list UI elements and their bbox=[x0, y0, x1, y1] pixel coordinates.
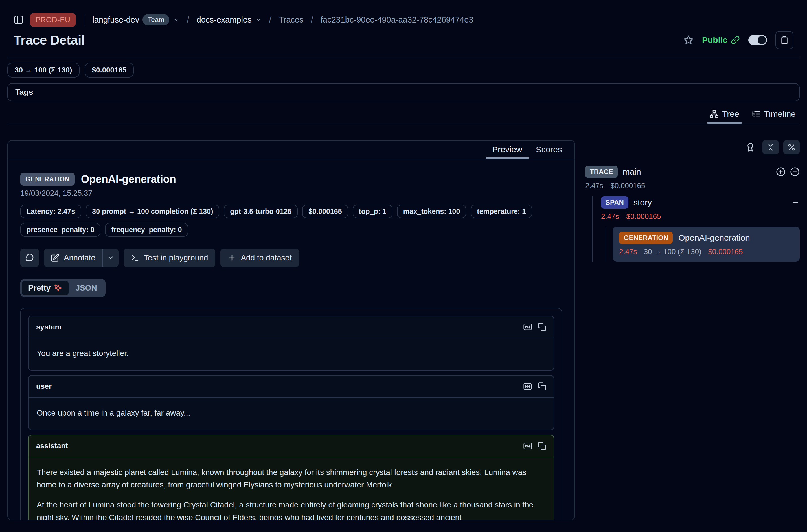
observation-timestamp: 19/03/2024, 15:25:37 bbox=[20, 189, 562, 198]
trace-cost: $0.000165 bbox=[611, 182, 645, 190]
copy-button[interactable] bbox=[538, 323, 546, 331]
top-p-pill: top_p: 1 bbox=[353, 205, 393, 218]
star-icon bbox=[683, 35, 694, 45]
generation-cost: $0.000165 bbox=[708, 247, 743, 256]
observation-title: OpenAI-generation bbox=[81, 173, 176, 185]
environment-badge[interactable]: PROD-EU bbox=[30, 13, 76, 27]
copy-button[interactable] bbox=[538, 382, 546, 391]
breadcrumb-org[interactable]: langfuse-dev bbox=[92, 15, 139, 24]
copy-icon bbox=[538, 382, 546, 391]
annotate-split-button: Annotate bbox=[44, 248, 118, 267]
message-assistant: assistant bbox=[28, 435, 554, 520]
collapse-node-button[interactable] bbox=[791, 198, 800, 207]
add-to-dataset-button[interactable]: Add to dataset bbox=[220, 248, 299, 267]
view-tabs: Tree Timeline bbox=[7, 109, 800, 125]
panel-tabs: Preview Scores bbox=[8, 141, 575, 159]
sidebar-toggle-button[interactable] bbox=[14, 15, 24, 25]
generation-name: OpenAI-generation bbox=[678, 233, 750, 243]
breadcrumb-traces[interactable]: Traces bbox=[279, 15, 304, 24]
tab-preview-label: Preview bbox=[492, 145, 522, 154]
observation-metadata-row-2: presence_penalty: 0 frequency_penalty: 0 bbox=[20, 223, 562, 237]
model-pill: gpt-3.5-turbo-0125 bbox=[224, 205, 298, 218]
message-role-label: user bbox=[36, 382, 52, 391]
observation-type-badge: GENERATION bbox=[20, 173, 75, 186]
trash-icon bbox=[780, 36, 789, 44]
active-tab-indicator bbox=[486, 157, 528, 159]
collapse-icon bbox=[766, 143, 775, 151]
span-latency: 2.47s bbox=[601, 212, 619, 221]
generation-metrics: 2.47s 30 → 100 (Σ 130) $0.000165 bbox=[619, 247, 793, 256]
tab-preview[interactable]: Preview bbox=[492, 145, 522, 159]
trace-detail-page: PROD-EU langfuse-dev Team / docs-example… bbox=[0, 0, 807, 532]
breadcrumb-project[interactable]: docs-examples bbox=[197, 15, 252, 24]
temperature-pill: temperature: 1 bbox=[471, 205, 532, 218]
markdown-toggle-button[interactable] bbox=[523, 441, 532, 451]
add-to-dataset-label: Add to dataset bbox=[241, 253, 292, 262]
scores-annotation-button[interactable] bbox=[746, 142, 755, 152]
public-label: Public bbox=[702, 35, 728, 45]
observation-actions: Annotate Test in playgroun bbox=[20, 248, 562, 267]
generation-latency: 2.47s bbox=[619, 247, 637, 256]
test-in-playground-button[interactable]: Test in playground bbox=[124, 248, 215, 267]
pretty-label: Pretty bbox=[28, 284, 51, 292]
observation-metadata-row-1: Latency: 2.47s 30 prompt → 100 completio… bbox=[20, 205, 562, 218]
span-metrics: 2.47s $0.000165 bbox=[601, 212, 800, 221]
span-cost: $0.000165 bbox=[626, 212, 661, 221]
tree-node-generation-selected[interactable]: GENERATION OpenAI-generation 2.47s 30 → … bbox=[613, 227, 800, 262]
breadcrumb-slash: / bbox=[309, 15, 314, 24]
tab-timeline[interactable]: Timeline bbox=[752, 109, 796, 124]
breadcrumb-separator-bar bbox=[84, 14, 85, 26]
message-content: There existed a majestic planet called L… bbox=[37, 466, 546, 492]
trace-tree-panel: TRACE main 2.47s bbox=[585, 140, 800, 262]
public-toggle[interactable] bbox=[748, 35, 767, 45]
trace-children: SPAN story 2.47s $0.000165 bbox=[592, 196, 800, 262]
chevron-down-icon[interactable] bbox=[255, 16, 262, 23]
tree-node-span[interactable]: SPAN story bbox=[601, 196, 800, 209]
trace-name: main bbox=[623, 167, 641, 176]
markdown-toggle-button[interactable] bbox=[523, 382, 532, 391]
format-toggle: Pretty JSON bbox=[20, 279, 106, 297]
message-system: system bbox=[28, 316, 554, 370]
annotate-dropdown-button[interactable] bbox=[103, 248, 118, 267]
markdown-icon bbox=[523, 441, 532, 451]
public-link[interactable]: Public bbox=[702, 35, 740, 45]
generation-tokens: 30 → 100 (Σ 130) bbox=[644, 247, 701, 256]
zoom-out-button[interactable] bbox=[790, 167, 800, 176]
breadcrumb-slash: / bbox=[268, 15, 273, 24]
zoom-in-button[interactable] bbox=[776, 167, 786, 176]
copy-button[interactable] bbox=[538, 442, 546, 450]
json-label: JSON bbox=[75, 284, 97, 292]
tab-timeline-label: Timeline bbox=[764, 109, 796, 119]
page-title: Trace Detail bbox=[14, 33, 85, 48]
observation-header: GENERATION OpenAI-generation bbox=[20, 173, 562, 186]
pretty-toggle[interactable]: Pretty bbox=[22, 281, 69, 295]
chevron-down-icon[interactable] bbox=[173, 16, 180, 23]
span-name: story bbox=[634, 198, 652, 207]
delete-trace-button[interactable] bbox=[775, 31, 793, 49]
sparkles-icon bbox=[54, 284, 62, 292]
tree-node-trace[interactable]: TRACE main bbox=[585, 166, 800, 178]
message-role-label: assistant bbox=[36, 441, 68, 450]
metrics-toggle-button[interactable] bbox=[783, 140, 800, 154]
message-role-label: system bbox=[36, 323, 61, 331]
span-children: GENERATION OpenAI-generation 2.47s 30 → … bbox=[605, 227, 800, 262]
comment-button[interactable] bbox=[20, 248, 39, 267]
frequency-penalty-pill: frequency_penalty: 0 bbox=[105, 223, 188, 237]
chevron-down-icon bbox=[107, 254, 114, 262]
collapse-all-button[interactable] bbox=[763, 140, 779, 154]
markdown-toggle-button[interactable] bbox=[523, 322, 532, 331]
plus-icon bbox=[228, 253, 236, 262]
tab-scores[interactable]: Scores bbox=[536, 145, 562, 159]
tab-tree[interactable]: Tree bbox=[710, 109, 739, 124]
breadcrumb: PROD-EU langfuse-dev Team / docs-example… bbox=[7, 0, 800, 29]
tags-label: Tags bbox=[15, 88, 33, 96]
tags-container[interactable]: Tags bbox=[7, 83, 800, 101]
message-content: At the heart of Lumina stood the towerin… bbox=[37, 499, 546, 520]
json-toggle[interactable]: JSON bbox=[69, 281, 104, 295]
tabs-divider bbox=[7, 124, 800, 125]
bookmark-star-button[interactable] bbox=[683, 35, 694, 45]
observation-panel: Preview Scores GENERATION OpenAI-generat… bbox=[7, 140, 575, 520]
annotate-button[interactable]: Annotate bbox=[44, 248, 102, 267]
markdown-icon bbox=[523, 322, 532, 331]
trace-metrics: 2.47s $0.000165 bbox=[585, 182, 800, 190]
